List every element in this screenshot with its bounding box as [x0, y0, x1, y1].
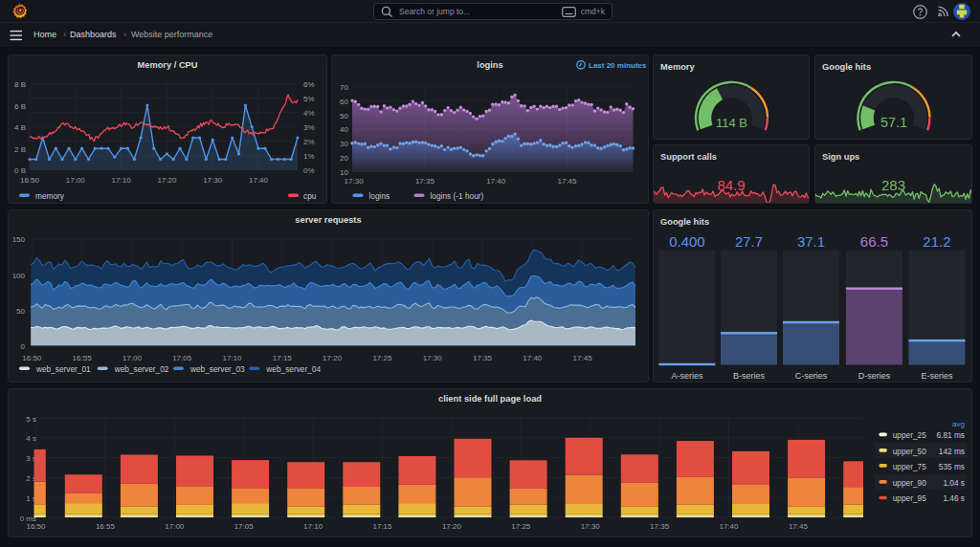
svg-text:logins (-1 hour): logins (-1 hour): [431, 191, 484, 201]
svg-text:17:45: 17:45: [573, 354, 593, 362]
svg-text:17:35: 17:35: [473, 354, 493, 362]
svg-text:60: 60: [340, 98, 348, 106]
svg-text:logins: logins: [369, 191, 390, 201]
svg-text:1%: 1%: [303, 152, 315, 161]
svg-text:memory: memory: [35, 191, 65, 201]
svg-text:150: 150: [12, 235, 26, 244]
svg-text:Sign ups: Sign ups: [822, 152, 859, 162]
svg-text:17:20: 17:20: [442, 522, 462, 531]
svg-text:66.5: 66.5: [860, 233, 888, 250]
svg-text:142 ms: 142 ms: [939, 447, 965, 456]
svg-text:17:00: 17:00: [66, 176, 86, 185]
svg-text:B-series: B-series: [733, 371, 766, 381]
svg-text:20: 20: [340, 154, 348, 163]
svg-text:17:30: 17:30: [203, 176, 223, 185]
svg-text:Memory / CPU: Memory / CPU: [137, 60, 197, 70]
svg-text:17:15: 17:15: [372, 522, 392, 531]
svg-text:10: 10: [340, 168, 348, 177]
svg-text:6%: 6%: [303, 80, 315, 89]
svg-text:Last 20 minutes: Last 20 minutes: [589, 61, 647, 70]
svg-text:6 B: 6 B: [14, 102, 26, 111]
svg-text:17:00: 17:00: [122, 354, 143, 362]
svg-text:17:40: 17:40: [486, 177, 506, 186]
svg-text:cpu: cpu: [303, 191, 317, 201]
svg-text:Google hits: Google hits: [660, 217, 709, 227]
svg-text:upper_95: upper_95: [893, 493, 926, 503]
svg-text:8 B: 8 B: [14, 80, 26, 89]
svg-text:17:15: 17:15: [273, 354, 293, 362]
svg-text:57.1: 57.1: [880, 115, 907, 130]
svg-text:17:35: 17:35: [650, 522, 670, 531]
svg-text:17:05: 17:05: [234, 522, 255, 531]
svg-text:Support calls: Support calls: [660, 152, 717, 162]
svg-text:17:20: 17:20: [157, 176, 177, 185]
svg-text:web_server_03: web_server_03: [189, 364, 245, 374]
svg-text:16:50: 16:50: [26, 522, 46, 531]
svg-text:server requests: server requests: [295, 215, 361, 225]
svg-text:37.1: 37.1: [797, 233, 825, 250]
svg-text:C-series: C-series: [795, 371, 828, 381]
svg-text:0%: 0%: [303, 166, 315, 175]
svg-text:17:05: 17:05: [172, 354, 192, 362]
svg-text:E-series: E-series: [921, 371, 953, 381]
svg-text:535 ms: 535 ms: [939, 462, 965, 471]
svg-text:17:45: 17:45: [789, 522, 809, 531]
svg-text:17:45: 17:45: [557, 177, 577, 186]
svg-text:upper_50: upper_50: [893, 447, 926, 456]
svg-text:web_server_02: web_server_02: [114, 364, 169, 374]
svg-text:upper_75: upper_75: [893, 462, 926, 471]
svg-text:0: 0: [21, 342, 26, 351]
svg-text:17:20: 17:20: [323, 354, 343, 362]
svg-text:4 B: 4 B: [14, 123, 26, 132]
svg-text:client side full page load: client side full page load: [438, 394, 542, 404]
svg-text:1.46 s: 1.46 s: [943, 493, 965, 503]
svg-text:114 B: 114 B: [716, 116, 747, 130]
svg-text:D-series: D-series: [858, 371, 891, 381]
svg-text:27.7: 27.7: [735, 233, 763, 250]
svg-text:4 s: 4 s: [26, 434, 36, 443]
svg-text:17:30: 17:30: [345, 177, 365, 186]
svg-text:100: 100: [12, 272, 26, 280]
svg-text:17:25: 17:25: [372, 354, 392, 362]
svg-text:17:30: 17:30: [581, 522, 601, 531]
svg-text:30: 30: [340, 140, 348, 148]
svg-text:Google hits: Google hits: [822, 62, 871, 72]
svg-text:70: 70: [340, 83, 348, 92]
svg-text:1.04 s: 1.04 s: [943, 478, 965, 488]
svg-text:16:55: 16:55: [96, 522, 116, 531]
svg-text:17:10: 17:10: [112, 176, 132, 185]
svg-text:17:10: 17:10: [222, 354, 242, 362]
svg-text:283: 283: [881, 177, 905, 193]
svg-text:upper_25: upper_25: [893, 430, 926, 440]
svg-text:21.2: 21.2: [923, 233, 950, 250]
svg-text:0.400: 0.400: [669, 233, 705, 250]
svg-text:17:40: 17:40: [719, 522, 739, 531]
svg-text:5%: 5%: [303, 95, 315, 103]
svg-text:17:40: 17:40: [523, 354, 543, 362]
svg-text:17:00: 17:00: [165, 522, 185, 531]
svg-text:0 B: 0 B: [14, 166, 26, 175]
svg-text:avg: avg: [952, 420, 965, 428]
svg-text:logins: logins: [477, 60, 502, 70]
svg-text:50: 50: [16, 307, 25, 316]
svg-text:web_server_01: web_server_01: [35, 364, 91, 374]
svg-text:17:40: 17:40: [249, 176, 269, 185]
svg-text:web_server_04: web_server_04: [265, 364, 321, 374]
svg-text:6.81 ms: 6.81 ms: [936, 430, 965, 440]
svg-text:16:55: 16:55: [73, 354, 93, 362]
svg-text:17:35: 17:35: [415, 177, 435, 186]
svg-text:Memory: Memory: [660, 62, 695, 72]
svg-text:17:30: 17:30: [423, 354, 443, 362]
svg-text:16:50: 16:50: [20, 176, 40, 185]
svg-text:50: 50: [340, 112, 348, 120]
svg-text:5 s: 5 s: [26, 415, 36, 424]
svg-text:2%: 2%: [303, 138, 315, 146]
svg-text:40: 40: [340, 125, 348, 134]
svg-text:17:10: 17:10: [303, 522, 323, 531]
svg-text:3%: 3%: [303, 123, 315, 132]
svg-text:17:25: 17:25: [511, 522, 531, 531]
svg-text:84.9: 84.9: [717, 177, 745, 193]
svg-text:A-series: A-series: [671, 371, 703, 381]
svg-text:4%: 4%: [303, 109, 315, 118]
svg-text:16:50: 16:50: [22, 354, 42, 362]
